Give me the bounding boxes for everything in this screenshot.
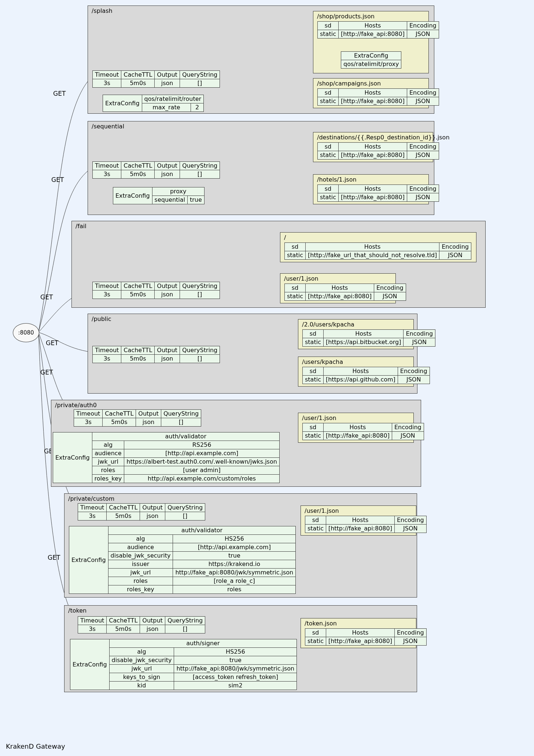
backend-table: sdHostsEncoding static[http://fake_api:8… [317,185,439,202]
backend-path: /hotels/1.json [317,176,357,183]
endpoint-path: /public [92,315,111,322]
endpoint-props: TimeoutCacheTTLOutputQueryString 3s5m0sj… [78,503,205,521]
endpoint-props: TimeoutCacheTTLOutputQueryString 3s5m0sj… [92,282,220,299]
backend-table: sdHostsEncoding static[http://fake_api:8… [305,628,427,646]
endpoint-path: /private/auth0 [55,402,97,409]
backend-table: sdHostsEncoding static[https://api.githu… [302,367,430,384]
diagram-canvas: GET GET GET GET GET GET GET x1 x1 x1 x1 … [0,0,534,756]
backend-table: sdHostsEncoding static[http://fake_api:8… [302,423,424,440]
method-label: GET [40,293,53,301]
backend-path: /destinations/{{.Resp0_destination_id}}.… [317,134,450,141]
backend-path: /user/1.json [305,507,339,514]
backend-extra: ExtraConfig qos/ratelimit/proxy [341,51,401,69]
diagram-footer: KrakenD Gateway [6,742,65,750]
backend-table: sdHostsEncoding static[http://fake_api:8… [305,516,427,533]
endpoint-props: TimeoutCacheTTLOutputQueryString 3s5m0sj… [92,346,220,363]
endpoint-path: /token [68,607,86,614]
backend-table: sdHostsEncoding static[http://fake_api:8… [284,284,406,301]
method-label: GET [46,339,58,347]
endpoint-path: /sequential [92,123,124,130]
backend-path: /shop/campaigns.json [317,80,381,87]
endpoint-path: /fail [76,223,86,230]
endpoint-extra: ExtraConfigauth/validator algHS256 audie… [69,526,296,594]
method-label: GET [48,554,60,561]
backend-path: /user/1.json [302,414,336,421]
endpoint-props: TimeoutCacheTTLOutputQueryString 3s5m0sj… [74,409,201,427]
endpoint-props: TimeoutCacheTTLOutputQueryString 3s5m0sj… [92,161,220,179]
method-label: GET [53,90,66,97]
endpoint-props: TimeoutCacheTTLOutputQueryString 3s5m0sj… [92,70,220,88]
backend-path: /2.0/users/kpacha [302,321,354,328]
gateway-port-label: :8080 [18,329,34,336]
endpoint-path: /splash [92,7,113,14]
backend-table: sdHostsEncoding static[http://fake_api:8… [317,142,439,160]
method-label: GET [51,176,64,183]
endpoint-extra: ExtraConfigauth/signer algHS256 disable_… [70,639,297,690]
endpoint-extra: ExtraConfigproxy sequentialtrue [113,187,205,204]
endpoint-path: /private/custom [68,495,114,502]
gateway-port-node: :8080 [13,323,39,342]
backend-table: sdHostsEncoding static[http://fake_api:8… [317,21,439,39]
backend-table: sdHostsEncoding static[http://fake_url_t… [284,242,471,260]
endpoint-props: TimeoutCacheTTLOutputQueryString 3s5m0sj… [78,616,205,633]
backend-path: / [284,234,286,241]
backend-path: /token.json [305,620,337,627]
backend-table: sdHostsEncoding static[https://api.bitbu… [302,329,435,347]
endpoint-extra: ExtraConfigqos/ratelimit/router max_rate… [103,95,204,112]
method-label: GET [40,369,53,376]
backend-path: /shop/products.json [317,13,375,20]
endpoint-extra: ExtraConfigauth/validator algRS256 audie… [53,432,280,483]
backend-path: /users/kpacha [302,358,343,365]
backend-path: /user/1.json [284,275,318,282]
backend-table: sdHostsEncoding static[http://fake_api:8… [317,88,439,106]
